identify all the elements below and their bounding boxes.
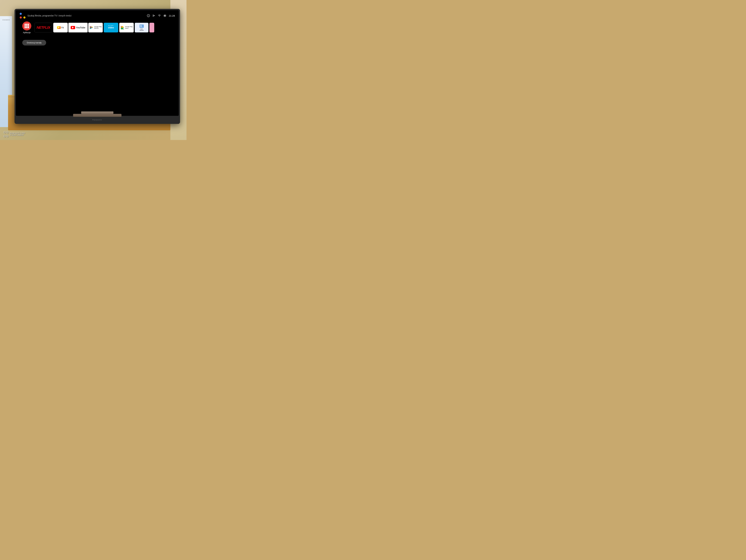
google-assistant-icon[interactable]: [20, 13, 26, 19]
user-manual-icon: [139, 24, 144, 28]
prime-text: prime: [108, 25, 114, 26]
grid-dot: [26, 27, 27, 28]
apps-label: Aplikacje: [23, 31, 31, 34]
android-tv-ui: Szukaj filmów, programów TV i innych tre…: [16, 10, 179, 116]
google-tv-play-icon: [58, 27, 60, 28]
youtube-logo: YouTube: [71, 26, 85, 29]
grid-dot: [25, 27, 26, 28]
grid-dot: [28, 27, 29, 28]
apps-icon: [22, 22, 31, 30]
grid-dot: [25, 24, 26, 25]
phone-camera-label: AI QUAD CAMERA: [10, 134, 25, 136]
apps-launcher-button[interactable]: Aplikacje: [22, 22, 31, 34]
youtube-app-tile[interactable]: YouTube YouTube: [69, 23, 87, 32]
google-tv-text: TV: [61, 26, 64, 29]
grid-dot: [25, 25, 26, 27]
gpm-icon: [89, 25, 94, 30]
search-placeholder-text: Szukaj filmów, programów TV i innych tre…: [27, 14, 71, 17]
youtube-icon: [71, 26, 75, 29]
dot-yellow: [23, 17, 26, 19]
google-play-store-icon: [120, 26, 124, 30]
time-display: 21:28: [169, 14, 175, 17]
customize-channels-button[interactable]: Dostosuj kanały: [22, 40, 46, 46]
google-play-movies-tile[interactable]: Google PlayMovies: [88, 23, 103, 32]
prime-video-text: video: [108, 26, 114, 29]
tv-frame: Panasonic Szukaj filmów, programów TV i …: [15, 9, 180, 124]
prime-video-tile[interactable]: prime video ～: [104, 23, 118, 32]
netflix-app-tile[interactable]: NETFLIX: [34, 23, 52, 32]
google-play-store-tile[interactable]: Google PlayStore: [119, 23, 134, 32]
user-manual-tile[interactable]: Usermanual: [135, 23, 148, 32]
search-area[interactable]: Szukaj filmów, programów TV i innych tre…: [20, 13, 147, 19]
tv-brand-label: Panasonic: [92, 119, 102, 121]
grid-dot: [28, 25, 29, 27]
gpm-text: Google PlayMovies: [94, 26, 102, 29]
dot-red: [20, 17, 22, 19]
user-manual-content: Usermanual: [135, 23, 148, 32]
gps-text: Google PlayStore: [125, 26, 133, 29]
svg-marker-5: [91, 26, 93, 28]
grid-dot: [26, 24, 27, 25]
phone-model-label: REDMI NOTE 8 PRO: [10, 132, 25, 134]
user-manual-text: Usermanual: [140, 28, 144, 31]
info-icon[interactable]: i: [147, 14, 150, 17]
google-tv-logo: TV: [57, 26, 64, 29]
top-bar: Szukaj filmów, programów TV i innych tre…: [16, 10, 179, 20]
grid-dot: [26, 25, 27, 27]
tv-stand: [81, 112, 113, 114]
left-box-label: EXVAC880 Wi: [2, 19, 10, 21]
settings-icon[interactable]: [163, 14, 167, 17]
svg-rect-8: [140, 26, 142, 26]
top-right-icons: i: [147, 14, 175, 17]
signout-icon[interactable]: [152, 14, 155, 17]
prime-arrow-icon: ～: [110, 29, 112, 31]
main-content: Aplikacje NETFLIX TV: [16, 20, 179, 35]
netflix-logo: NETFLIX: [37, 26, 50, 30]
google-tv-app-tile[interactable]: TV: [53, 23, 68, 32]
apps-row: NETFLIX TV: [34, 23, 179, 32]
grid-dot: [28, 24, 29, 25]
apps-grid-icon: [25, 24, 29, 28]
svg-text:i: i: [148, 15, 149, 17]
prime-video-logo: prime video ～: [108, 25, 114, 31]
google-play-store-logo: Google PlayStore: [120, 26, 133, 30]
svg-rect-9: [140, 26, 142, 27]
phone-watermark: ⊙⊙⊙⊙ REDMI NOTE 8 PRO AI QUAD CAMERA: [3, 130, 25, 138]
svg-rect-7: [140, 25, 142, 26]
youtube-play-icon: [72, 27, 74, 29]
wifi-icon[interactable]: [158, 14, 161, 17]
tv-screen: Szukaj filmów, programów TV i innych tre…: [16, 10, 179, 116]
google-play-movies-logo: Google PlayMovies: [89, 25, 102, 30]
dot-blue: [20, 13, 22, 15]
google-tv-icon: [57, 26, 61, 29]
youtube-text: YouTube: [76, 26, 85, 29]
partial-app-tile[interactable]: [149, 23, 154, 32]
